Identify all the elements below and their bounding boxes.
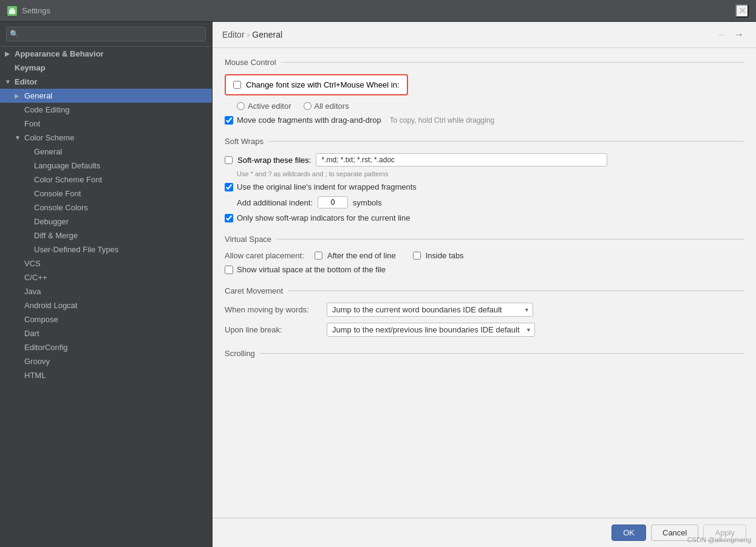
sidebar-item-label-groovy: Groovy	[24, 357, 50, 366]
add-indent-row: Add additional indent: symbols	[237, 196, 744, 208]
virtual-space-section: Virtual Space Allow caret placement: Aft…	[225, 235, 744, 274]
section-divider-5	[260, 353, 744, 354]
all-editors-label[interactable]: All editors	[315, 101, 349, 111]
sidebar-item-diff-merge[interactable]: Diff & Merge	[0, 229, 212, 243]
allow-caret-row: Allow caret placement: After the end of …	[225, 251, 744, 260]
soft-wrap-label[interactable]: Soft-wrap these files:	[237, 156, 311, 165]
soft-wraps-header: Soft Wraps	[225, 137, 744, 146]
caret-movement-section: Caret Movement When moving by words: Jum…	[225, 286, 744, 337]
sidebar-item-label-compose: Compose	[24, 315, 58, 324]
sidebar-item-cs-general[interactable]: General	[0, 145, 212, 159]
original-indent-label[interactable]: Use the original line's indent for wrapp…	[237, 182, 417, 191]
search-box: 🔍	[0, 22, 212, 47]
all-editors-radio[interactable]	[304, 102, 312, 110]
close-button[interactable]: ✕	[735, 4, 749, 18]
button-bar: OK Cancel Apply	[213, 518, 756, 547]
sidebar-item-console-font[interactable]: Console Font	[0, 187, 212, 201]
sidebar-item-general[interactable]: ▶General	[0, 89, 212, 103]
sidebar-item-label-color-scheme-font: Color Scheme Font	[34, 175, 102, 184]
sidebar-item-label-html: HTML	[24, 371, 46, 380]
sidebar-item-vcs[interactable]: VCS	[0, 256, 212, 270]
search-wrap: 🔍	[6, 27, 206, 41]
upon-line-label: Upon line break:	[225, 325, 322, 334]
upon-line-select[interactable]: Jump to the next/previous line boundarie…	[327, 323, 535, 337]
upon-line-dropdown-wrap: Jump to the next/previous line boundarie…	[327, 323, 535, 337]
sidebar-item-label-console-font: Console Font	[34, 189, 81, 198]
when-moving-row: When moving by words: Jump to the curren…	[225, 303, 744, 317]
soft-wrap-checkbox[interactable]	[225, 156, 233, 164]
move-code-label[interactable]: Move code fragments with drag-and-drop	[237, 115, 381, 125]
section-divider-4	[288, 291, 744, 291]
sidebar-item-groovy[interactable]: Groovy	[0, 354, 212, 368]
soft-wraps-section: Soft Wraps Soft-wrap these files: Use * …	[225, 137, 744, 222]
sidebar-item-dart[interactable]: Dart	[0, 326, 212, 340]
add-indent-input[interactable]	[318, 196, 348, 208]
sidebar-item-console-colors[interactable]: Console Colors	[0, 201, 212, 215]
change-font-checkbox[interactable]	[233, 81, 241, 89]
main-panel: Editor › General ← → Mouse Control	[213, 22, 756, 547]
breadcrumb-parent: Editor	[222, 30, 245, 40]
sidebar-item-label-java: Java	[24, 287, 41, 296]
active-editor-label[interactable]: Active editor	[248, 101, 291, 111]
inside-tabs-checkbox[interactable]	[413, 252, 421, 260]
sidebar-item-keymap[interactable]: Keymap	[0, 61, 212, 75]
sidebar-item-html[interactable]: HTML	[0, 368, 212, 382]
settings-dialog: Settings ✕ 🔍 ▶Appearance & BehaviorKeyma…	[0, 0, 756, 547]
nav-back-button[interactable]: ←	[715, 28, 729, 41]
sidebar-item-debugger[interactable]: Debugger	[0, 215, 212, 229]
all-editors-option[interactable]: All editors	[304, 101, 349, 111]
scrolling-title: Scrolling	[225, 349, 255, 358]
active-editor-radio[interactable]	[237, 102, 245, 110]
sidebar-item-label-editorconfig: EditorConfig	[24, 343, 68, 352]
sidebar-item-compose[interactable]: Compose	[0, 312, 212, 326]
after-end-label[interactable]: After the end of line	[327, 251, 396, 260]
sidebar: 🔍 ▶Appearance & BehaviorKeymap▼Editor▶Ge…	[0, 22, 213, 547]
ok-button[interactable]: OK	[611, 525, 646, 541]
sidebar-item-android-logcat[interactable]: Android Logcat	[0, 298, 212, 312]
tree-container: ▶Appearance & BehaviorKeymap▼Editor▶Gene…	[0, 47, 212, 547]
sidebar-item-java[interactable]: Java	[0, 284, 212, 298]
only-show-checkbox[interactable]	[225, 214, 233, 222]
sidebar-item-label-user-defined: User-Defined File Types	[34, 245, 118, 254]
sidebar-item-label-general: General	[24, 91, 52, 100]
soft-wrap-patterns-input[interactable]	[316, 153, 607, 167]
sidebar-item-language-defaults[interactable]: Language Defaults	[0, 159, 212, 173]
when-moving-label: When moving by words:	[225, 305, 322, 314]
mouse-control-title: Mouse Control	[225, 58, 276, 67]
sidebar-item-cpp[interactable]: C/C++	[0, 270, 212, 284]
active-editor-option[interactable]: Active editor	[237, 101, 291, 111]
sidebar-item-color-scheme[interactable]: ▼Color Scheme	[0, 131, 212, 145]
inside-tabs-label[interactable]: Inside tabs	[426, 251, 464, 260]
sidebar-item-appearance[interactable]: ▶Appearance & Behavior	[0, 47, 212, 61]
change-font-label[interactable]: Change font size with Ctrl+Mouse Wheel i…	[246, 80, 400, 89]
sidebar-item-user-defined[interactable]: User-Defined File Types	[0, 243, 212, 256]
original-indent-item: Use the original line's indent for wrapp…	[225, 182, 744, 191]
show-virtual-checkbox[interactable]	[225, 266, 233, 274]
editor-radio-group: Active editor All editors	[237, 101, 744, 111]
sidebar-item-font[interactable]: Font	[0, 117, 212, 131]
nav-forward-button[interactable]: →	[732, 28, 746, 41]
sidebar-item-label-cs-general: General	[34, 147, 62, 156]
sidebar-item-label-font: Font	[24, 119, 40, 128]
sidebar-item-label-diff-merge: Diff & Merge	[34, 231, 78, 240]
settings-body: Mouse Control Change font size with Ctrl…	[213, 48, 756, 518]
when-moving-dropdown-wrap: Jump to the current word boundaries IDE …	[327, 303, 533, 317]
after-end-checkbox[interactable]	[315, 252, 322, 260]
move-code-hint: To copy, hold Ctrl while dragging	[390, 116, 495, 125]
sidebar-item-code-editing[interactable]: Code Editing	[0, 103, 212, 117]
sidebar-item-label-code-editing: Code Editing	[24, 105, 69, 114]
scrolling-header: Scrolling	[225, 349, 744, 358]
sidebar-item-label-language-defaults: Language Defaults	[34, 161, 100, 170]
sidebar-item-editor[interactable]: ▼Editor	[0, 75, 212, 89]
search-input[interactable]	[6, 27, 206, 41]
mouse-control-section: Mouse Control Change font size with Ctrl…	[225, 58, 744, 125]
when-moving-select[interactable]: Jump to the current word boundaries IDE …	[327, 303, 533, 317]
original-indent-checkbox[interactable]	[225, 183, 233, 191]
sidebar-item-color-scheme-font[interactable]: Color Scheme Font	[0, 173, 212, 187]
sidebar-item-editorconfig[interactable]: EditorConfig	[0, 340, 212, 354]
only-show-label[interactable]: Only show soft-wrap indicators for the c…	[237, 213, 410, 222]
move-code-checkbox[interactable]	[225, 116, 233, 125]
section-divider-2	[268, 141, 744, 142]
show-virtual-label[interactable]: Show virtual space at the bottom of the …	[237, 265, 386, 274]
sidebar-item-label-debugger: Debugger	[34, 217, 69, 226]
